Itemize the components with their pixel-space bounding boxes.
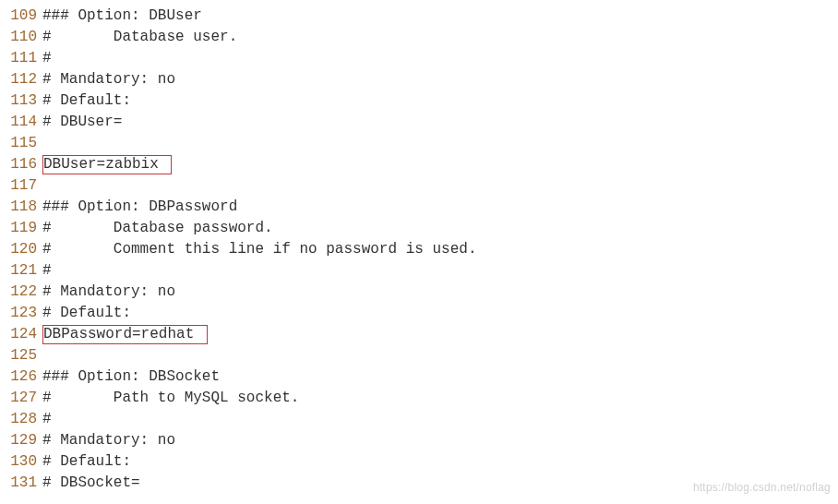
code-line: 110 # Database user. bbox=[0, 27, 838, 48]
code-line: 127 # Path to MySQL socket. bbox=[0, 388, 838, 409]
line-number: 123 bbox=[0, 303, 42, 324]
code-text: # Mandatory: no bbox=[42, 69, 175, 90]
code-text: # bbox=[42, 409, 52, 430]
code-line: 116 DBUser=zabbix bbox=[0, 154, 838, 175]
code-text: # Database user. bbox=[42, 27, 237, 48]
watermark-text: https://blog.csdn.net/noflag bbox=[693, 477, 831, 498]
code-line: 124 DBPassword=redhat bbox=[0, 324, 838, 345]
code-text: # Mandatory: no bbox=[42, 430, 175, 451]
code-text-highlighted: DBUser=zabbix bbox=[42, 155, 172, 174]
line-number: 111 bbox=[0, 48, 42, 69]
code-line: 129 # Mandatory: no bbox=[0, 430, 838, 451]
code-viewport: 109 ### Option: DBUser 110 # Database us… bbox=[0, 0, 838, 504]
code-line: 120 # Comment this line if no password i… bbox=[0, 239, 838, 260]
line-number: 125 bbox=[0, 345, 42, 366]
line-number: 118 bbox=[0, 197, 42, 218]
line-number: 122 bbox=[0, 282, 42, 303]
code-text: # Default: bbox=[42, 303, 131, 324]
code-text: # Comment this line if no password is us… bbox=[42, 239, 476, 260]
line-number: 112 bbox=[0, 69, 42, 90]
code-line: 112 # Mandatory: no bbox=[0, 69, 838, 90]
code-line: 119 # Database password. bbox=[0, 218, 838, 239]
line-number: 114 bbox=[0, 112, 42, 133]
code-text: # DBUser= bbox=[42, 112, 122, 133]
code-line: 130 # Default: bbox=[0, 451, 838, 473]
code-text: # Mandatory: no bbox=[42, 282, 175, 303]
code-line: 118 ### Option: DBPassword bbox=[0, 197, 838, 218]
code-line: 111 # bbox=[0, 48, 838, 69]
code-line: 109 ### Option: DBUser bbox=[0, 6, 838, 27]
code-line: 126 ### Option: DBSocket bbox=[0, 366, 838, 388]
code-line: 114 # DBUser= bbox=[0, 112, 838, 133]
line-number: 129 bbox=[0, 430, 42, 451]
code-line: 113 # Default: bbox=[0, 90, 838, 112]
line-number: 113 bbox=[0, 90, 42, 112]
line-number: 120 bbox=[0, 239, 42, 260]
code-text: ### Option: DBSocket bbox=[42, 366, 220, 388]
code-text: # Path to MySQL socket. bbox=[42, 388, 299, 409]
line-number: 128 bbox=[0, 409, 42, 430]
line-number: 126 bbox=[0, 366, 42, 388]
code-line: 123 # Default: bbox=[0, 303, 838, 324]
code-text: ### Option: DBPassword bbox=[42, 197, 237, 218]
code-text: # Database password. bbox=[42, 218, 273, 239]
line-number: 121 bbox=[0, 260, 42, 282]
code-line: 121 # bbox=[0, 260, 838, 282]
code-text: # Default: bbox=[42, 451, 131, 473]
code-line: 115 bbox=[0, 133, 838, 154]
line-number: 116 bbox=[0, 154, 42, 175]
code-text: # bbox=[42, 260, 52, 282]
code-text: # DBSocket= bbox=[42, 473, 140, 494]
code-text: # bbox=[42, 48, 52, 69]
line-number: 124 bbox=[0, 324, 42, 345]
line-number: 115 bbox=[0, 133, 42, 154]
line-number: 131 bbox=[0, 473, 42, 494]
code-text-highlighted: DBPassword=redhat bbox=[42, 325, 208, 344]
code-line: 122 # Mandatory: no bbox=[0, 282, 838, 303]
code-line: 117 bbox=[0, 175, 838, 197]
code-line: 125 bbox=[0, 345, 838, 366]
line-number: 110 bbox=[0, 27, 42, 48]
line-number: 117 bbox=[0, 175, 42, 197]
line-number: 119 bbox=[0, 218, 42, 239]
code-text: # Default: bbox=[42, 90, 131, 112]
code-line: 128 # bbox=[0, 409, 838, 430]
line-number: 109 bbox=[0, 6, 42, 27]
line-number: 130 bbox=[0, 451, 42, 473]
line-number: 127 bbox=[0, 388, 42, 409]
code-text: ### Option: DBUser bbox=[42, 6, 202, 27]
